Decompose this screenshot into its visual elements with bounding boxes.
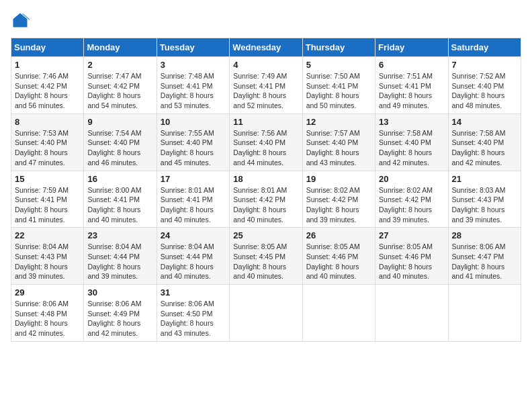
sunset-time: 4:48 PM bbox=[41, 310, 67, 318]
sunset-time: 4:41 PM bbox=[114, 195, 140, 203]
day-info: Sunrise: 8:06 AM Sunset: 4:48 PM Dayligh… bbox=[15, 299, 80, 338]
day-info: Sunrise: 7:58 AM Sunset: 4:40 PM Dayligh… bbox=[379, 128, 444, 168]
sunrise-time: 7:46 AM bbox=[42, 72, 69, 80]
calendar-cell: 13 Sunrise: 7:58 AM Sunset: 4:40 PM Dayl… bbox=[375, 113, 448, 171]
day-info: Sunrise: 8:06 AM Sunset: 4:49 PM Dayligh… bbox=[87, 299, 152, 338]
daylight-label: Daylight: 8 hours and 48 minutes. bbox=[452, 91, 505, 109]
sunset-label: Sunset: bbox=[379, 253, 405, 261]
week-row-1: 1 Sunrise: 7:46 AM Sunset: 4:42 PM Dayli… bbox=[11, 57, 521, 114]
sunrise-label: Sunrise: bbox=[379, 129, 406, 137]
sunset-label: Sunset: bbox=[87, 195, 114, 203]
sunset-time: 4:46 PM bbox=[332, 253, 358, 261]
sunset-label: Sunset: bbox=[161, 195, 187, 203]
sunrise-time: 7:52 AM bbox=[480, 72, 506, 80]
sunset-time: 4:41 PM bbox=[259, 82, 285, 90]
day-number: 25 bbox=[233, 230, 298, 240]
sunset-label: Sunset: bbox=[87, 253, 114, 261]
sunrise-time: 7:50 AM bbox=[334, 72, 360, 80]
day-info: Sunrise: 8:06 AM Sunset: 4:50 PM Dayligh… bbox=[161, 299, 226, 338]
sunrise-time: 8:01 AM bbox=[188, 186, 214, 194]
sunrise-time: 7:58 AM bbox=[407, 129, 433, 137]
sunrise-label: Sunrise: bbox=[306, 186, 334, 194]
weekday-header-tuesday: Tuesday bbox=[157, 38, 229, 57]
sunset-label: Sunset: bbox=[15, 253, 41, 261]
daylight-label: Daylight: 8 hours and 52 minutes. bbox=[233, 91, 286, 109]
calendar-cell bbox=[302, 285, 375, 342]
daylight-label: Daylight: 8 hours and 40 minutes. bbox=[233, 263, 286, 281]
day-number: 18 bbox=[233, 174, 298, 184]
sunrise-label: Sunrise: bbox=[379, 72, 406, 80]
calendar-cell: 15 Sunrise: 7:59 AM Sunset: 4:41 PM Dayl… bbox=[11, 171, 84, 228]
day-number: 23 bbox=[87, 230, 152, 240]
daylight-label: Daylight: 8 hours and 44 minutes. bbox=[233, 148, 286, 167]
sunrise-time: 8:02 AM bbox=[334, 186, 360, 194]
day-number: 15 bbox=[15, 174, 80, 184]
sunrise-label: Sunrise: bbox=[87, 72, 115, 80]
sunset-label: Sunset: bbox=[161, 138, 187, 146]
sunrise-time: 8:06 AM bbox=[42, 300, 69, 308]
sunset-time: 4:40 PM bbox=[478, 82, 504, 90]
sunset-label: Sunset: bbox=[161, 310, 187, 318]
day-info: Sunrise: 7:51 AM Sunset: 4:41 PM Dayligh… bbox=[379, 71, 444, 111]
sunrise-label: Sunrise: bbox=[15, 72, 42, 80]
sunrise-label: Sunrise: bbox=[452, 72, 480, 80]
day-number: 13 bbox=[379, 117, 444, 127]
daylight-label: Daylight: 8 hours and 39 minutes. bbox=[87, 263, 140, 281]
day-info: Sunrise: 7:54 AM Sunset: 4:40 PM Dayligh… bbox=[87, 128, 152, 168]
week-row-2: 8 Sunrise: 7:53 AM Sunset: 4:40 PM Dayli… bbox=[11, 113, 521, 171]
day-info: Sunrise: 7:50 AM Sunset: 4:41 PM Dayligh… bbox=[306, 71, 371, 111]
day-number: 26 bbox=[306, 230, 371, 240]
daylight-label: Daylight: 8 hours and 42 minutes. bbox=[87, 319, 140, 337]
daylight-label: Daylight: 8 hours and 40 minutes. bbox=[87, 205, 140, 224]
daylight-label: Daylight: 8 hours and 40 minutes. bbox=[379, 263, 432, 281]
daylight-label: Daylight: 8 hours and 40 minutes. bbox=[161, 263, 214, 281]
sunrise-label: Sunrise: bbox=[306, 72, 334, 80]
calendar-cell: 2 Sunrise: 7:47 AM Sunset: 4:42 PM Dayli… bbox=[84, 57, 157, 114]
sunset-time: 4:40 PM bbox=[114, 138, 140, 146]
daylight-label: Daylight: 8 hours and 47 minutes. bbox=[15, 148, 68, 167]
sunrise-label: Sunrise: bbox=[306, 242, 334, 250]
day-number: 12 bbox=[306, 117, 371, 127]
sunset-label: Sunset: bbox=[233, 195, 259, 203]
sunrise-time: 7:55 AM bbox=[188, 129, 214, 137]
sunset-label: Sunset: bbox=[233, 253, 259, 261]
calendar-cell: 16 Sunrise: 8:00 AM Sunset: 4:41 PM Dayl… bbox=[84, 171, 157, 228]
day-number: 29 bbox=[15, 287, 80, 298]
day-number: 7 bbox=[452, 60, 517, 70]
weekday-header-friday: Friday bbox=[375, 38, 448, 57]
sunset-label: Sunset: bbox=[306, 195, 332, 203]
day-number: 22 bbox=[15, 230, 80, 240]
sunset-time: 4:41 PM bbox=[332, 82, 358, 90]
sunset-time: 4:41 PM bbox=[186, 82, 212, 90]
calendar-cell: 7 Sunrise: 7:52 AM Sunset: 4:40 PM Dayli… bbox=[448, 57, 521, 114]
sunset-label: Sunset: bbox=[306, 253, 332, 261]
sunset-label: Sunset: bbox=[452, 253, 478, 261]
sunrise-label: Sunrise: bbox=[161, 129, 188, 137]
calendar-cell: 26 Sunrise: 8:05 AM Sunset: 4:46 PM Dayl… bbox=[302, 228, 375, 285]
daylight-label: Daylight: 8 hours and 39 minutes. bbox=[379, 205, 432, 224]
sunrise-label: Sunrise: bbox=[15, 300, 42, 308]
sunrise-time: 8:05 AM bbox=[334, 242, 360, 250]
sunset-time: 4:41 PM bbox=[186, 195, 212, 203]
sunrise-label: Sunrise: bbox=[379, 186, 406, 194]
day-number: 8 bbox=[15, 117, 80, 127]
calendar-cell: 31 Sunrise: 8:06 AM Sunset: 4:50 PM Dayl… bbox=[157, 285, 229, 342]
sunset-time: 4:42 PM bbox=[405, 195, 431, 203]
calendar-cell: 23 Sunrise: 8:04 AM Sunset: 4:44 PM Dayl… bbox=[84, 228, 157, 285]
sunset-label: Sunset: bbox=[87, 310, 114, 318]
sunrise-time: 7:58 AM bbox=[480, 129, 506, 137]
day-number: 14 bbox=[452, 117, 517, 127]
calendar-cell: 3 Sunrise: 7:48 AM Sunset: 4:41 PM Dayli… bbox=[157, 57, 229, 114]
sunset-label: Sunset: bbox=[306, 138, 332, 146]
sunrise-time: 7:53 AM bbox=[42, 129, 69, 137]
calendar-cell: 20 Sunrise: 8:02 AM Sunset: 4:42 PM Dayl… bbox=[375, 171, 448, 228]
sunrise-time: 7:57 AM bbox=[334, 129, 360, 137]
calendar-cell: 17 Sunrise: 8:01 AM Sunset: 4:41 PM Dayl… bbox=[157, 171, 229, 228]
calendar-cell: 18 Sunrise: 8:01 AM Sunset: 4:42 PM Dayl… bbox=[230, 171, 302, 228]
sunset-label: Sunset: bbox=[15, 310, 41, 318]
day-info: Sunrise: 7:46 AM Sunset: 4:42 PM Dayligh… bbox=[15, 71, 80, 111]
day-info: Sunrise: 8:02 AM Sunset: 4:42 PM Dayligh… bbox=[306, 185, 371, 225]
sunrise-label: Sunrise: bbox=[15, 242, 42, 250]
calendar-cell: 1 Sunrise: 7:46 AM Sunset: 4:42 PM Dayli… bbox=[11, 57, 84, 114]
sunrise-time: 8:03 AM bbox=[480, 186, 506, 194]
